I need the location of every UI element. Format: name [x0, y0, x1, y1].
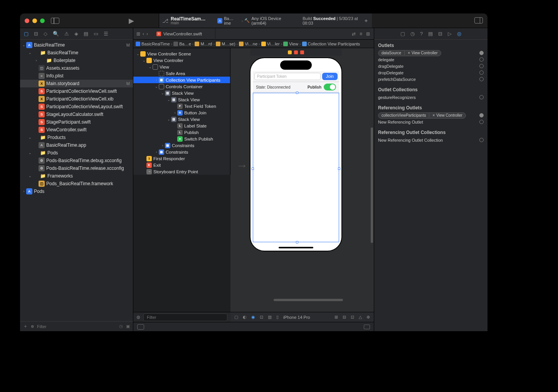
identity-inspector-icon[interactable]: ▤ — [428, 31, 433, 37]
tree-row[interactable]: XMain.storyboardM — [20, 80, 133, 87]
connection-socket-icon[interactable] — [479, 57, 484, 62]
outline-row[interactable]: ●Switch Publish — [133, 136, 230, 142]
horizontal-scrollbar[interactable] — [274, 299, 343, 301]
jumpbar-segment[interactable]: M…rd — [195, 42, 212, 46]
jumpbar-segment[interactable]: Ba…e — [173, 42, 191, 46]
outline-row[interactable]: 1First Responder — [133, 155, 230, 162]
test-icon[interactable]: ◈ — [74, 31, 78, 37]
help-inspector-icon[interactable]: ? — [420, 31, 423, 37]
connection-row[interactable]: delegate — [374, 56, 487, 63]
tree-row[interactable]: ⌄📁Frameworks — [20, 172, 133, 180]
x-icon[interactable]: × — [408, 51, 410, 55]
outline-row[interactable]: ⌄▥Stack View — [133, 90, 230, 96]
outline-row[interactable]: ›▦Constraints — [133, 149, 230, 155]
outline-row[interactable]: Safe Area — [133, 70, 230, 77]
collection-view-selection[interactable] — [253, 93, 339, 242]
tree-row[interactable]: ABasicRealTime.app — [20, 141, 133, 149]
file-inspector-icon[interactable]: ▢ — [400, 31, 405, 37]
tree-row[interactable]: SViewController.swift — [20, 126, 133, 134]
report-icon[interactable]: ☰ — [104, 31, 108, 37]
jumpbar-segment[interactable]: Collection View Participants — [302, 42, 360, 46]
issue-icon[interactable]: ⚠ — [64, 31, 69, 37]
history-inspector-icon[interactable]: ◷ — [410, 31, 415, 37]
token-textfield[interactable]: Participant Token — [254, 73, 321, 80]
tree-row[interactable]: ›APods — [20, 188, 133, 195]
outline-row[interactable]: ›▦Constraints — [133, 142, 230, 149]
jumpbar-segment[interactable]: View — [283, 42, 298, 46]
vertical-scrollbar[interactable] — [371, 127, 373, 243]
connection-socket-icon[interactable] — [479, 70, 484, 75]
tree-row[interactable]: SParticipantCollectionViewLayout.swift — [20, 103, 133, 111]
outline-row[interactable]: ⌄Controls Container — [133, 83, 230, 90]
add-button[interactable]: ＋ — [23, 323, 28, 330]
vc-icon[interactable] — [288, 50, 292, 54]
tree-row[interactable]: ⌄📁Products — [20, 134, 133, 141]
outline-row[interactable]: LLabel State — [133, 122, 230, 129]
outline-row[interactable]: ›▦Collection View Participants — [133, 77, 230, 83]
outline-row[interactable]: ⌄View Controller Scene — [133, 50, 230, 57]
outline-row[interactable]: ⌄▥Stack View — [133, 96, 230, 103]
source-control-icon[interactable]: ⊟ — [34, 31, 38, 37]
adjust-icon[interactable]: ◐ — [243, 315, 247, 320]
find-icon[interactable]: 🔍 — [53, 31, 59, 37]
connection-socket-icon[interactable] — [479, 138, 484, 142]
symbol-icon[interactable]: ◇ — [44, 31, 47, 37]
run-button[interactable]: ▶ — [129, 17, 134, 25]
tree-row[interactable]: ⌄📁Pods — [20, 149, 133, 157]
tree-row[interactable]: ⚙Pods-BasicRealTime.release.xcconfig — [20, 164, 133, 172]
connection-socket-icon[interactable] — [479, 77, 484, 81]
grid-icon[interactable]: ⊞ — [136, 31, 140, 37]
tree-row[interactable]: ›📁Boilerplate — [20, 57, 133, 64]
project-name[interactable]: RealTimeSam… — [171, 17, 206, 21]
connection-row[interactable]: dragDelegate — [374, 63, 487, 69]
align-icon[interactable]: ⊞ — [334, 315, 338, 320]
outline-row[interactable]: ⌄▥Stack View — [133, 116, 230, 122]
back-button[interactable]: ‹ — [143, 31, 144, 37]
attributes-inspector-icon[interactable]: ⊟ — [438, 31, 442, 37]
constraints-icon[interactable]: ◉ — [251, 315, 255, 320]
clock-icon[interactable]: ◷ — [119, 324, 123, 329]
jumpbar-segment[interactable]: Vi…ler — [261, 42, 280, 46]
device-label[interactable]: iPhone 14 Pro — [283, 315, 310, 320]
pin-icon[interactable]: ⊟ — [343, 315, 346, 320]
project-navigator-icon[interactable]: ▢ — [24, 31, 29, 37]
minimap-icon[interactable] — [364, 325, 370, 329]
add-tab-button[interactable]: ＋ — [363, 17, 369, 24]
scheme-selector[interactable]: A Ba…ime › 🔨 Any iOS Device (arm64) — [217, 16, 297, 25]
minimize-icon[interactable] — [32, 18, 37, 23]
x-icon[interactable]: × — [432, 113, 435, 117]
jump-bar[interactable]: BasicRealTime›Ba…e›M…rd›M…se)›Vi…ne›Vi…l… — [133, 40, 374, 48]
jumpbar-segment[interactable]: Vi…ne — [239, 42, 257, 46]
breakpoint-icon[interactable]: ▭ — [94, 31, 98, 37]
connection-socket-icon[interactable] — [479, 51, 484, 55]
connection-row[interactable]: New Referencing Outlet Collection — [374, 137, 487, 143]
connection-row[interactable]: dropDelegate — [374, 69, 487, 76]
connection-row[interactable]: dataSource ×View Controller — [374, 50, 487, 56]
scene-dock[interactable] — [250, 49, 342, 56]
tree-row[interactable]: ◫Assets.xcassets — [20, 64, 133, 72]
connection-socket-icon[interactable] — [479, 120, 484, 124]
connection-socket-icon[interactable] — [479, 95, 484, 99]
outline-row[interactable]: EExit — [133, 162, 230, 168]
connection-socket-icon[interactable] — [479, 64, 484, 68]
scm-filter-icon[interactable]: ▣ — [126, 324, 130, 329]
outline-row[interactable]: LPublish — [133, 129, 230, 136]
tree-row[interactable]: XParticipantCollectionViewCell.xib — [20, 95, 133, 103]
connection-socket-icon[interactable] — [479, 113, 484, 117]
device-icon[interactable]: ▯ — [276, 315, 279, 320]
embed-icon[interactable]: ⊡ — [260, 315, 263, 320]
outline-row[interactable]: ›BButton Join — [133, 109, 230, 116]
connection-row[interactable]: collectionViewParticipants ×View Control… — [374, 112, 487, 119]
build-status[interactable]: Build Succeeded | 5/30/23 at 08:03 — [303, 16, 369, 25]
tree-root[interactable]: ⌄ A BasicRealTime M — [20, 41, 133, 49]
publish-switch[interactable] — [324, 84, 336, 90]
connection-pill[interactable]: dataSource ×View Controller — [378, 50, 441, 56]
tree-row[interactable]: SStageLayoutCalculator.swift — [20, 111, 133, 118]
connection-row[interactable]: prefetchDataSource — [374, 76, 487, 82]
tree-row[interactable]: SStageParticipant.swift — [20, 118, 133, 126]
tree-row[interactable]: ≡Info.plist — [20, 72, 133, 80]
jumpbar-segment[interactable]: M…se) — [216, 42, 235, 46]
tree-row[interactable]: SParticipantCollectionViewCell.swift — [20, 87, 133, 95]
interface-builder-canvas[interactable]: → Participant Token Join — [230, 48, 374, 312]
outline-filter[interactable] — [143, 313, 227, 321]
